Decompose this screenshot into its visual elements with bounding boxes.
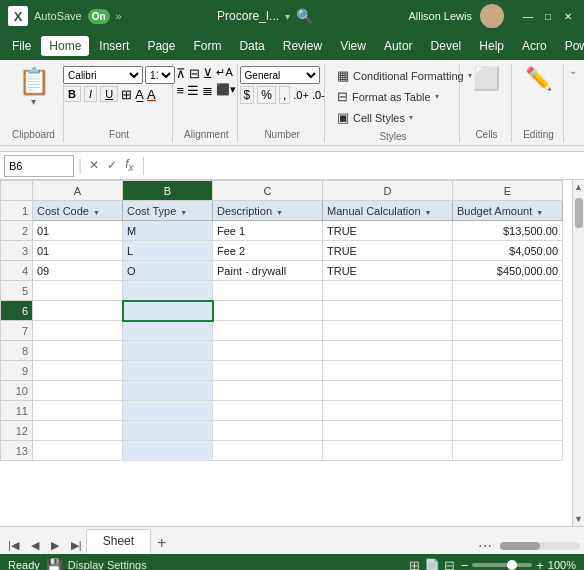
cell-styles-button[interactable]: ▣ Cell Styles ▾: [333, 108, 417, 127]
align-center-icon[interactable]: ☰: [187, 83, 199, 98]
close-button[interactable]: ✕: [560, 8, 576, 24]
cell-A5[interactable]: [33, 281, 123, 301]
name-box[interactable]: [4, 155, 74, 177]
cell-A8[interactable]: [33, 341, 123, 361]
cell-A13[interactable]: [33, 441, 123, 461]
scroll-up-arrow[interactable]: ▲: [573, 180, 584, 194]
cell-B11[interactable]: [123, 401, 213, 421]
cell-A9[interactable]: [33, 361, 123, 381]
cell-B8[interactable]: [123, 341, 213, 361]
autosave-toggle[interactable]: On: [88, 9, 110, 24]
menu-page[interactable]: Page: [139, 36, 183, 56]
cell-C10[interactable]: [213, 381, 323, 401]
align-top-icon[interactable]: ⊼: [176, 66, 186, 81]
align-middle-icon[interactable]: ⊟: [189, 66, 200, 81]
filename-dropdown-icon[interactable]: ▾: [285, 11, 290, 22]
cell-D10[interactable]: [323, 381, 453, 401]
number-format-select[interactable]: General: [240, 66, 320, 84]
cell-B13[interactable]: [123, 441, 213, 461]
cell-B7[interactable]: [123, 321, 213, 341]
cell-C3[interactable]: Fee 2: [213, 241, 323, 261]
comma-icon[interactable]: ,: [279, 86, 290, 104]
cell-E13[interactable]: [453, 441, 563, 461]
cell-C5[interactable]: [213, 281, 323, 301]
cells-button[interactable]: ⬜: [469, 66, 505, 92]
minimize-button[interactable]: —: [520, 8, 536, 24]
underline-button[interactable]: U: [100, 86, 118, 102]
cell-E10[interactable]: [453, 381, 563, 401]
clipboard-button[interactable]: 📋 ▾: [14, 66, 54, 109]
grid-scroll[interactable]: A B C D E 1Cost Code ▼Cost Type ▼Descrip…: [0, 180, 572, 526]
cell-B4[interactable]: O: [123, 261, 213, 281]
font-size-select[interactable]: 11: [145, 66, 175, 84]
decimal-increase-icon[interactable]: .0+: [293, 89, 309, 101]
col-header-a[interactable]: A: [33, 181, 123, 201]
display-settings-button[interactable]: Display Settings: [68, 559, 147, 570]
editing-button[interactable]: ✏️: [521, 66, 557, 92]
sheet-next-arrow[interactable]: ▶: [47, 537, 63, 554]
sheet-first-arrow[interactable]: |◀: [4, 537, 23, 554]
cell-E3[interactable]: $4,050.00: [453, 241, 563, 261]
scroll-down-arrow[interactable]: ▼: [573, 512, 584, 526]
col-header-d[interactable]: D: [323, 181, 453, 201]
merge-icon[interactable]: ⬛▾: [216, 83, 236, 98]
add-sheet-button[interactable]: +: [151, 532, 172, 554]
menu-file[interactable]: File: [4, 36, 39, 56]
cell-C4[interactable]: Paint - drywall: [213, 261, 323, 281]
scroll-thumb[interactable]: [575, 198, 583, 228]
currency-icon[interactable]: $: [240, 86, 255, 104]
search-icon[interactable]: 🔍: [296, 8, 313, 24]
bold-button[interactable]: B: [63, 86, 81, 102]
cell-E12[interactable]: [453, 421, 563, 441]
cell-E6[interactable]: [453, 301, 563, 321]
horizontal-scrollbar[interactable]: [500, 542, 580, 550]
cell-C6[interactable]: [213, 301, 323, 321]
menu-view[interactable]: View: [332, 36, 374, 56]
borders-icon[interactable]: ⊞: [121, 87, 132, 102]
cell-B3[interactable]: L: [123, 241, 213, 261]
cell-C12[interactable]: [213, 421, 323, 441]
confirm-formula-button[interactable]: ✓: [104, 157, 120, 173]
cancel-formula-button[interactable]: ✕: [86, 157, 102, 173]
cell-A10[interactable]: [33, 381, 123, 401]
conditional-formatting-button[interactable]: ▦ Conditional Formatting ▾: [333, 66, 476, 85]
page-view-button[interactable]: 📄: [424, 558, 440, 571]
cell-B9[interactable]: [123, 361, 213, 381]
cell-E2[interactable]: $13,500.00: [453, 221, 563, 241]
cell-B2[interactable]: M: [123, 221, 213, 241]
cell-A1[interactable]: Cost Code ▼: [33, 201, 123, 221]
tab-options-icon[interactable]: ⋯: [478, 538, 492, 554]
cell-C8[interactable]: [213, 341, 323, 361]
cell-C1[interactable]: Description ▼: [213, 201, 323, 221]
maximize-button[interactable]: □: [540, 8, 556, 24]
col-header-e[interactable]: E: [453, 181, 563, 201]
cell-E1[interactable]: Budget Amount ▼: [453, 201, 563, 221]
menu-review[interactable]: Review: [275, 36, 330, 56]
menu-form[interactable]: Form: [185, 36, 229, 56]
filter-dropdown-icon[interactable]: ▼: [423, 209, 432, 216]
vertical-scrollbar[interactable]: ▲ ▼: [572, 180, 584, 526]
cell-C9[interactable]: [213, 361, 323, 381]
menu-help[interactable]: Help: [471, 36, 512, 56]
menu-insert[interactable]: Insert: [91, 36, 137, 56]
align-bottom-icon[interactable]: ⊻: [203, 66, 213, 81]
italic-button[interactable]: I: [84, 86, 97, 102]
cell-D13[interactable]: [323, 441, 453, 461]
cell-D4[interactable]: TRUE: [323, 261, 453, 281]
cell-D6[interactable]: [323, 301, 453, 321]
sheet-last-arrow[interactable]: ▶|: [67, 537, 86, 554]
sheet-tab-sheet[interactable]: Sheet: [86, 529, 151, 554]
cell-B1[interactable]: Cost Type ▼: [123, 201, 213, 221]
cell-D9[interactable]: [323, 361, 453, 381]
h-scroll-thumb[interactable]: [500, 542, 540, 550]
filter-dropdown-icon[interactable]: ▼: [274, 209, 283, 216]
cell-E8[interactable]: [453, 341, 563, 361]
menu-powe[interactable]: Powe: [557, 36, 584, 56]
cell-C2[interactable]: Fee 1: [213, 221, 323, 241]
sheet-prev-arrow[interactable]: ◀: [27, 537, 43, 554]
zoom-slider[interactable]: [472, 563, 532, 567]
ribbon-expand-icon[interactable]: ⌄: [566, 64, 580, 77]
cell-B5[interactable]: [123, 281, 213, 301]
col-header-b[interactable]: B: [123, 181, 213, 201]
page-break-view-button[interactable]: ⊟: [444, 558, 455, 571]
